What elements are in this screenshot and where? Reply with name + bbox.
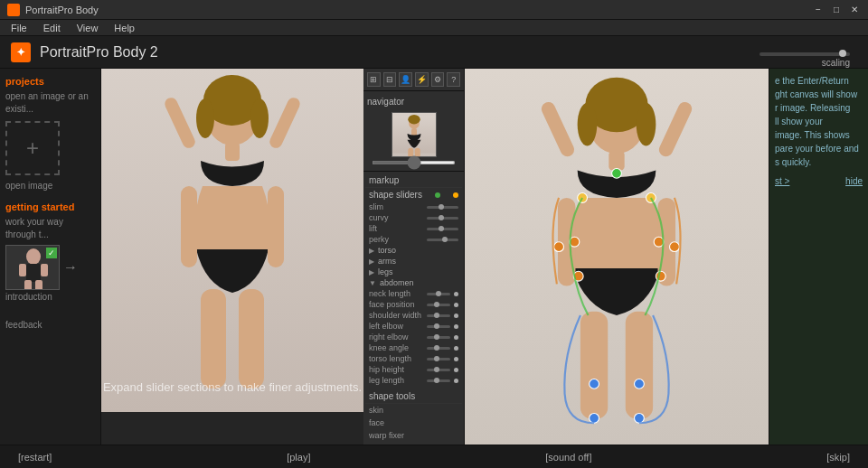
slider-row-perky: perky bbox=[365, 234, 462, 245]
svg-rect-5 bbox=[35, 280, 42, 290]
torso-label: torso bbox=[378, 246, 396, 255]
svg-point-0 bbox=[26, 248, 41, 265]
feedback-link[interactable]: feedback bbox=[5, 320, 95, 330]
maximize-button[interactable]: □ bbox=[830, 4, 843, 16]
menu-help[interactable]: Help bbox=[107, 20, 142, 36]
svg-rect-3 bbox=[41, 264, 48, 276]
nav-panel-header: navigator bbox=[367, 95, 460, 108]
slider-row-slim: slim bbox=[365, 201, 462, 212]
arms-arrow-icon: ▶ bbox=[369, 257, 374, 266]
app-logo: ✦ bbox=[11, 42, 31, 62]
scaling-thumb bbox=[839, 50, 846, 57]
before-figure-svg bbox=[101, 69, 363, 412]
bottom-bar: [restart] [play] [sound off] [skip] bbox=[0, 445, 868, 468]
right-elbow-slider[interactable] bbox=[427, 336, 450, 339]
intro-thumb: ✓ bbox=[5, 245, 60, 290]
images-container: before bbox=[101, 69, 868, 445]
slider-row-face-position: face position bbox=[365, 299, 462, 310]
nav-icon-6[interactable]: ? bbox=[447, 72, 460, 87]
markup-title: markup bbox=[365, 173, 462, 188]
scaling-bar: scaling bbox=[760, 52, 850, 68]
open-image-label: open image bbox=[5, 181, 95, 191]
shape-sliders-header: shape sliders bbox=[365, 188, 462, 201]
torso-section-toggle[interactable]: ▶ torso bbox=[365, 245, 462, 256]
arrow-icon: → bbox=[63, 259, 78, 276]
small-dot-6 bbox=[454, 346, 458, 351]
shape-tool-skin[interactable]: skin bbox=[365, 404, 462, 417]
nav-markup-panel: ⊞ ⊟ 👤 ⚡ ⚙ ? navigator bbox=[363, 69, 465, 445]
nav-label: navigator bbox=[367, 97, 404, 107]
neck-length-slider[interactable] bbox=[427, 293, 450, 295]
slider-row-left-elbow: left elbow bbox=[365, 321, 462, 332]
nav-icon-3[interactable]: 👤 bbox=[399, 72, 412, 87]
scaling-label: scaling bbox=[822, 58, 850, 68]
abdomen-section-toggle[interactable]: ▼ abdomen bbox=[365, 277, 462, 288]
intro-check: ✓ bbox=[46, 248, 57, 258]
curvy-thumb bbox=[439, 215, 444, 220]
getting-started-section: getting started work your way through t.… bbox=[5, 201, 95, 302]
nav-icon-5[interactable]: ⚙ bbox=[431, 72, 445, 87]
left-elbow-slider[interactable] bbox=[427, 325, 450, 328]
slim-slider[interactable] bbox=[427, 206, 458, 209]
close-button[interactable]: ✕ bbox=[848, 4, 861, 16]
arms-label: arms bbox=[378, 257, 396, 266]
menu-view[interactable]: View bbox=[70, 20, 106, 36]
perky-thumb bbox=[442, 237, 448, 242]
sound-off-button[interactable]: [sound off] bbox=[545, 452, 591, 463]
shape-tools-title: shape tools bbox=[365, 389, 462, 404]
slim-label: slim bbox=[369, 202, 423, 211]
slim-thumb bbox=[439, 204, 444, 210]
torso-arrow-icon: ▶ bbox=[369, 247, 374, 255]
nav-zoom-slider[interactable] bbox=[372, 161, 456, 164]
arms-section-toggle[interactable]: ▶ arms bbox=[365, 256, 462, 267]
hip-height-slider[interactable] bbox=[427, 369, 450, 371]
torso-length-slider[interactable] bbox=[427, 358, 450, 360]
leg-length-label: leg length bbox=[369, 376, 423, 385]
svg-point-28 bbox=[637, 103, 656, 146]
svg-rect-31 bbox=[609, 151, 624, 171]
minimize-button[interactable]: − bbox=[812, 4, 825, 16]
svg-rect-14 bbox=[201, 289, 226, 388]
nav-icon-1[interactable]: ⊞ bbox=[367, 72, 381, 87]
legs-section-toggle[interactable]: ▶ legs bbox=[365, 267, 462, 277]
nav-icon-4[interactable]: ⚡ bbox=[415, 72, 429, 87]
info-buttons: st > hide bbox=[775, 176, 863, 186]
face-position-slider[interactable] bbox=[427, 304, 450, 306]
leg-length-slider[interactable] bbox=[427, 379, 450, 382]
shoulder-width-slider[interactable] bbox=[427, 314, 450, 317]
svg-point-46 bbox=[612, 168, 622, 178]
menu-edit[interactable]: Edit bbox=[36, 20, 68, 36]
info-hide-button[interactable]: hide bbox=[845, 176, 863, 186]
perky-slider[interactable] bbox=[427, 239, 458, 241]
projects-section: projects open an image or an existi... +… bbox=[5, 76, 95, 191]
abdomen-label: abdomen bbox=[380, 278, 414, 287]
small-dot-7 bbox=[454, 357, 458, 361]
shape-tool-picture[interactable]: picture bbox=[365, 442, 462, 445]
small-dot-8 bbox=[454, 368, 458, 372]
shape-tool-warp-fixer[interactable]: warp fixer bbox=[365, 429, 462, 442]
open-image-box[interactable]: + bbox=[5, 121, 60, 175]
small-dot-9 bbox=[454, 379, 458, 383]
introduction-link[interactable]: introduction bbox=[5, 292, 95, 302]
left-elbow-thumb bbox=[434, 323, 439, 329]
slider-row-leg-length: leg length bbox=[365, 375, 462, 386]
info-next-button[interactable]: st > bbox=[775, 176, 789, 186]
svg-point-43 bbox=[635, 379, 645, 388]
restart-button[interactable]: [restart] bbox=[18, 452, 52, 463]
knee-angle-slider[interactable] bbox=[427, 347, 450, 350]
after-figure-svg bbox=[465, 69, 769, 445]
skip-button[interactable]: [skip] bbox=[826, 452, 850, 463]
torso-length-thumb bbox=[434, 356, 439, 361]
shape-tool-face[interactable]: face bbox=[365, 417, 462, 429]
curvy-label: curvy bbox=[369, 213, 423, 222]
curvy-slider[interactable] bbox=[427, 217, 458, 220]
perky-label: perky bbox=[369, 235, 423, 244]
face-position-thumb bbox=[434, 302, 439, 307]
scaling-slider[interactable] bbox=[760, 52, 850, 56]
nav-icon-2[interactable]: ⊟ bbox=[383, 72, 397, 87]
play-button[interactable]: [play] bbox=[287, 452, 310, 463]
lift-slider[interactable] bbox=[427, 228, 458, 230]
svg-point-44 bbox=[590, 413, 599, 423]
hip-height-label: hip height bbox=[369, 365, 423, 374]
menu-file[interactable]: File bbox=[4, 20, 34, 36]
